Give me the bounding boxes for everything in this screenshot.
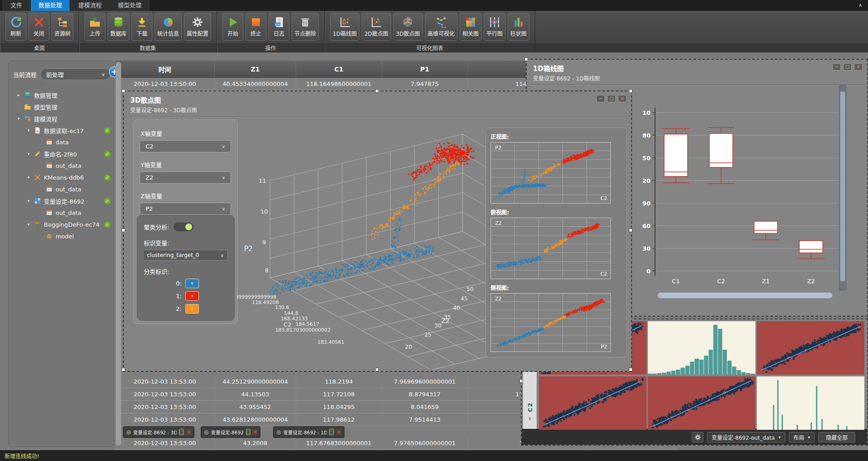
tree-item-数据管理[interactable]: ▸数据管理 [9,89,113,101]
tab-数据处理[interactable]: 数据处理 [31,0,70,11]
settings-gear-button[interactable] [692,432,703,442]
toolbar-button-资源树[interactable]: 资源树 [52,13,73,41]
resize-handle[interactable] [122,228,125,232]
tree-item-out_data[interactable]: out_data [9,160,113,171]
resize-handle[interactable] [375,89,379,93]
resize-handle[interactable] [122,89,125,93]
close-window-button[interactable]: × [186,429,191,435]
toolbar-button-刷新[interactable]: 刷新 [5,13,26,41]
tree-item-model[interactable]: model [9,230,113,242]
axis-select-Y轴变量[interactable]: Z2∨ [140,171,231,184]
chevron-right-icon[interactable]: ▸ [16,93,21,97]
resize-handle[interactable] [524,57,528,61]
flow-select[interactable]: 前处理 ∨ [40,68,111,80]
chevron-down-icon[interactable]: ▾ [16,116,21,121]
toolbar-button-平行图[interactable]: 平行图 [484,13,505,41]
close-window-button[interactable]: × [336,429,341,435]
resize-handle[interactable] [519,379,523,383]
variables-icon [34,197,41,204]
minimize-button[interactable]: ─ [832,63,841,71]
tree-item-重命名-2f80[interactable]: ▾重命名-2f80✓ [9,148,113,160]
tree-item-KMeans-ddb6[interactable]: ▾KMeans-ddb6✓ [9,171,113,183]
taskbar-item-变量设定-8692 - 3D散点图[interactable]: ◎变量设定-8692 - 3D散点图□× [123,426,194,438]
svg-text:11: 11 [259,177,266,184]
resize-handle[interactable] [375,368,379,371]
axis-select-value: Z2 [146,174,153,181]
tab-文件[interactable]: 文件 [3,0,30,11]
restore-window-button[interactable]: □ [179,429,184,435]
tree-item-out_data[interactable]: out_data [9,183,113,195]
tree-item-建模流程[interactable]: ▾建模流程 [9,113,113,124]
resize-handle[interactable] [122,368,125,371]
layout-select[interactable]: 布局 ▾ [789,432,815,442]
toolbar-button-数据库[interactable]: 数据库 [108,13,129,41]
matrix-cell-1-1[interactable] [648,376,755,430]
tree-item-out_data[interactable]: out_data [9,207,113,219]
tree-item-BaggingDeFo-ec74[interactable]: ▾BaggingDeFo-ec74✓ [9,219,113,230]
chevron-down-icon[interactable]: ▾ [26,199,31,203]
tree-item-数据读取-ec17[interactable]: ▾数据读取-ec17✓ [9,124,113,136]
chevron-down-icon[interactable]: ▾ [26,128,31,133]
matrix-cell-0-1[interactable] [648,321,755,375]
class-color-select[interactable]: ∨ [185,291,199,301]
boxplot-window-titlebar[interactable]: 1D箱线图 变量设定-8692 - 1D箱线图 ─□× [527,60,867,85]
class-color-select[interactable]: ∨ [185,304,199,314]
sidebar-scrollbar[interactable] [116,62,121,446]
svg-text:P2: P2 [495,145,501,151]
restore-window-button[interactable]: □ [329,429,334,435]
tab-建模流程[interactable]: 建模流程 [71,0,109,11]
toolbar-button-关闭[interactable]: 关闭 [28,13,49,41]
tree-item-变量设定-8692[interactable]: ▾变量设定-8692✓ [9,195,113,207]
chevron-down-icon[interactable]: ∨ [528,416,531,421]
axis-select-Z轴变量[interactable]: P2∨ [140,203,231,215]
resize-handle[interactable] [629,228,632,232]
toolbar-button-2D散点图[interactable]: 2D散点图 [362,13,391,41]
close-button[interactable]: × [854,63,863,71]
chevron-down-icon[interactable]: ▾ [26,152,31,156]
restore-window-button[interactable]: □ [246,429,251,435]
target-variable-select[interactable]: clustering_target_0 ∨ [143,250,228,261]
resize-handle[interactable] [629,89,632,93]
toolbar-button-节点删除[interactable]: 节点删除 [292,13,319,41]
taskbar-item-变量设定-8692 - 1D箱线图[interactable]: ◎变量设定-8692 - 1D箱线图□× [273,426,344,438]
toolbar-button-1D箱线图[interactable]: 1D箱线图 [330,13,359,41]
close-window-button[interactable]: × [253,429,257,435]
dataset-select[interactable]: 变量设定-8692-out_data ▾ [707,432,785,442]
tree-item-data[interactable]: data [9,136,113,148]
toolbar-button-开始[interactable]: 开始 [222,13,243,41]
scatter3d-chart[interactable]: 111098P250454035302520Z2117.589999999999… [237,114,486,370]
toolbar-button-柱状图[interactable]: 柱状图 [508,13,529,41]
maximize-button[interactable]: □ [607,95,616,102]
matrix-cell-1-2[interactable] [757,376,864,430]
taskbar-item-变量设定-8692 - 相关图[interactable]: ◎变量设定-8692 - 相关图□× [201,426,260,438]
toolbar-button-3D散点图[interactable]: 3D散点图 [393,13,423,41]
axis-select-X轴变量[interactable]: C2∨ [140,140,231,152]
hide-all-button[interactable]: 隐藏全部 [818,432,855,442]
maximize-button[interactable]: □ [843,63,852,71]
toolbar-button-高维可视化[interactable]: 高维可视化 [425,13,458,41]
toolbar-button-上传[interactable]: 上传 [85,13,105,41]
scatter3d-window-titlebar[interactable]: 3D散点图 变量设定-8692 - 3D散点图 ─□× [124,91,631,117]
resize-handle[interactable] [629,368,632,371]
minimize-button[interactable]: ─ [596,95,605,102]
svg-text:20: 20 [405,344,412,350]
toolbar-button-日志[interactable]: LOG日志 [269,13,289,41]
cluster-analysis-toggle[interactable] [174,223,193,231]
collapse-ribbon-button[interactable]: ∧ [855,1,865,10]
class-color-select[interactable]: ∨ [185,279,199,288]
chevron-down-icon[interactable]: ▾ [26,175,31,180]
toolbar-button-属性配置[interactable]: 属性配置 [184,13,211,41]
toolbar-button-下载[interactable]: 下载 [132,13,152,41]
boxplot-vertical-scrollbar[interactable] [839,85,846,290]
matrix-cell-1-0[interactable] [539,376,646,430]
toolbar-button-终止[interactable]: 终止 [245,13,266,41]
matrix-cell-0-2[interactable] [757,321,864,375]
close-button[interactable]: × [618,95,627,102]
boxplot-range-slider[interactable] [657,292,833,299]
tab-模型处理[interactable]: 模型处理 [110,0,149,11]
chevron-down-icon[interactable]: ▾ [26,222,31,227]
toolbar-button-相关图[interactable]: 相关图 [460,13,481,41]
window-title: 3D散点图 [130,95,625,105]
tree-item-模型管理[interactable]: 模型管理 [9,101,113,113]
toolbar-button-统计信息[interactable]: 统计信息 [155,13,182,41]
